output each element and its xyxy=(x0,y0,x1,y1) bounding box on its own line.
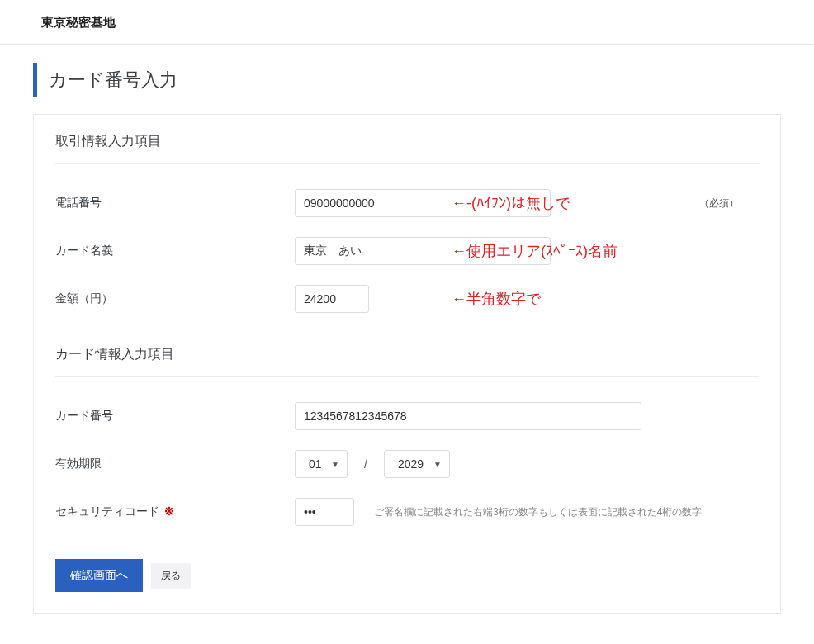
cardname-input[interactable] xyxy=(295,237,551,265)
form-card: 取引情報入力項目 電話番号 ←-(ﾊｲﾌﾝ)は無しで （必須） カード名義 ←使… xyxy=(33,114,781,614)
label-cardnumber: カード番号 xyxy=(55,409,295,424)
top-bar: 東京秘密基地 xyxy=(0,0,814,45)
label-cardname: カード名義 xyxy=(55,244,295,258)
row-expiry: 有効期限 01 / 2029 xyxy=(55,430,759,478)
actions-row: 確認画面へ 戻る xyxy=(55,549,759,592)
label-phone: 電話番号 xyxy=(55,196,295,211)
label-cvc: セキュリティコード ※ xyxy=(55,504,295,519)
phone-required-tag: （必須） xyxy=(699,197,739,211)
expiry-year-select[interactable]: 2029 xyxy=(384,450,450,478)
phone-input[interactable] xyxy=(295,189,551,217)
cvc-hint: ご署名欄に記載された右端3桁の数字もしくは表面に記載された4桁の数字 xyxy=(374,505,702,519)
confirm-button[interactable]: 確認画面へ xyxy=(55,559,143,592)
label-expiry: 有効期限 xyxy=(55,457,295,471)
cvc-input[interactable] xyxy=(295,498,354,526)
content-area: カード番号入力 取引情報入力項目 電話番号 ←-(ﾊｲﾌﾝ)は無しで （必須） … xyxy=(0,45,814,639)
expiry-slash: / xyxy=(364,457,367,471)
expiry-year-wrap: 2029 xyxy=(384,450,450,478)
site-title: 東京秘密基地 xyxy=(41,15,773,31)
page-title: カード番号入力 xyxy=(33,63,781,97)
expiry-month-select[interactable]: 01 xyxy=(295,450,348,478)
card-section-title: カード情報入力項目 xyxy=(55,346,759,377)
row-cvc: セキュリティコード ※ ご署名欄に記載された右端3桁の数字もしくは表面に記載され… xyxy=(55,478,759,526)
row-cardname: カード名義 ←使用エリア(ｽﾍﾟｰｽ)名前 xyxy=(55,217,759,265)
row-phone: 電話番号 ←-(ﾊｲﾌﾝ)は無しで （必須） xyxy=(55,169,759,217)
transaction-section-title: 取引情報入力項目 xyxy=(55,133,759,164)
card-section: カード情報入力項目 カード番号 有効期限 01 / xyxy=(55,346,759,526)
label-cvc-text: セキュリティコード xyxy=(55,504,159,518)
expiry-month-wrap: 01 xyxy=(295,450,348,478)
row-cardnumber: カード番号 xyxy=(55,382,759,430)
back-button[interactable]: 戻る xyxy=(151,563,191,589)
cardnumber-input[interactable] xyxy=(295,402,641,430)
cvc-required-mark: ※ xyxy=(164,504,174,518)
label-amount: 金額（円） xyxy=(55,291,295,306)
amount-input[interactable] xyxy=(295,285,369,313)
transaction-section: 取引情報入力項目 電話番号 ←-(ﾊｲﾌﾝ)は無しで （必須） カード名義 ←使… xyxy=(55,133,759,313)
row-amount: 金額（円） ←半角数字で xyxy=(55,265,759,313)
